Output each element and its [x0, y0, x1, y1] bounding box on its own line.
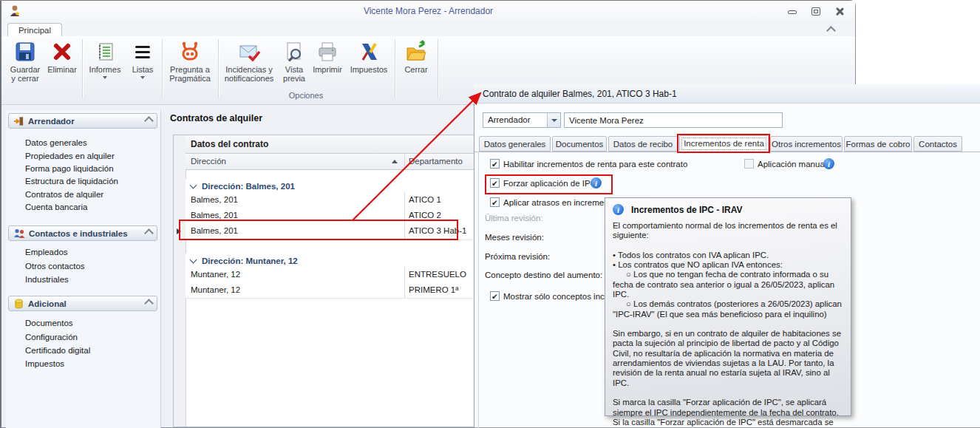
proxima-revision-label: Próxima revisión:: [485, 252, 550, 261]
sidebar-item-estructura[interactable]: Estructura de liquidación: [25, 177, 151, 188]
aplicar-atrasos-label: Aplicar atrasos en incrementos: [503, 198, 620, 207]
forzar-ipc-label: Forzar aplicación de IPC: [503, 179, 596, 188]
ultima-revision-label: Última revisión:: [485, 214, 543, 223]
preview-icon: [282, 40, 306, 64]
chevron-down-icon: [190, 257, 197, 264]
tooltip-paragraph: Si marca la casilla "Forzar aplicación d…: [613, 398, 843, 418]
sidebar-item-empleados[interactable]: Empleados: [25, 248, 151, 259]
table-column-headers[interactable]: Dirección Departamento: [186, 154, 475, 170]
forzar-ipc-checkbox[interactable]: [490, 178, 500, 188]
save-icon: [13, 40, 37, 64]
table-row[interactable]: Muntaner, 12 PRIMERO 1ª: [186, 282, 475, 299]
collapse-icon[interactable]: [144, 228, 154, 238]
sidebar-group-adicional[interactable]: Adicional: [8, 296, 157, 311]
cylinder-icon: [13, 298, 24, 310]
tooltip-title: Incrementos de IPC - IRAV: [631, 205, 742, 215]
info-icon[interactable]: i: [591, 177, 602, 188]
reports-button[interactable]: Informes: [84, 38, 126, 101]
tab-documentos[interactable]: Documentos: [552, 136, 607, 152]
page-title: Contratos de alquiler: [170, 113, 262, 123]
print-icon: [316, 40, 339, 64]
sidebar-item-contratos[interactable]: Contratos de alquiler: [25, 190, 151, 202]
close-window-button[interactable]: Cerrar: [398, 38, 435, 101]
table-row[interactable]: Balmes, 201 ATICO 1: [186, 192, 475, 208]
owner-combobox[interactable]: Arrendador: [483, 112, 561, 128]
table-row[interactable]: Muntaner, 12 ENTRESUELO: [186, 267, 475, 283]
sidebar-item-impuestos[interactable]: Impuestos: [25, 359, 151, 371]
tooltip-paragraph: • Todos los contratos con IVA aplican IP…: [613, 251, 843, 260]
tab-formas-cobro[interactable]: Formas de cobro: [844, 136, 912, 152]
table-row-selected[interactable]: Balmes, 201 ATICO 3 Hab-1: [186, 223, 475, 240]
people-icon: [13, 228, 25, 239]
collapse-icon[interactable]: [144, 299, 154, 308]
incidents-icon: [237, 40, 261, 64]
table-row[interactable]: Balmes, 201 ATICO 2: [186, 208, 475, 224]
maximize-icon[interactable]: [811, 7, 821, 16]
sidebar-item-forma-pago[interactable]: Forma pago liquidación: [25, 164, 151, 176]
close-icon[interactable]: [834, 7, 845, 16]
chevron-down-icon: [190, 182, 197, 189]
column-departamento[interactable]: Departamento: [409, 157, 463, 166]
aplicacion-manual-label: Aplicación manual: [758, 160, 826, 169]
tab-contactos[interactable]: Contactos: [913, 136, 962, 152]
ribbon-tabstrip: Principal: [1, 21, 855, 37]
current-row-arrow-icon: [177, 228, 181, 234]
sidebar-item-propiedades[interactable]: Propiedades en alquiler: [25, 152, 151, 163]
habilitar-checkbox[interactable]: [490, 159, 500, 169]
info-icon[interactable]: i: [823, 158, 834, 169]
sort-ascending-icon: [392, 160, 398, 163]
sidebar-group-arrendador[interactable]: Arrendador: [8, 113, 157, 129]
tab-otros-incrementos[interactable]: Otros incrementos: [770, 136, 843, 152]
taxes-icon: [357, 40, 381, 64]
sidebar-item-documentos[interactable]: Documentos: [25, 319, 151, 330]
chevron-down-icon: [551, 119, 557, 122]
door-arrow-icon: [13, 115, 24, 127]
ribbon-separator: [162, 39, 163, 98]
pragmatica-icon: [178, 40, 202, 64]
combo-dropdown-button[interactable]: [547, 113, 560, 127]
dialog-title: Contrato de alquiler Balmes, 201, ATICO …: [474, 84, 980, 103]
sidebar-item-cuenta[interactable]: Cuenta bancaria: [25, 203, 151, 214]
sidebar-item-industriales[interactable]: Industriales: [25, 275, 151, 287]
delete-button[interactable]: Eliminar: [44, 38, 80, 101]
concepto-destino-label: Concepto destino del aumento:: [485, 271, 602, 279]
tab-datos-recibo[interactable]: Datos de recibo: [608, 136, 678, 152]
info-icon: i: [613, 204, 624, 215]
reports-icon: [93, 40, 117, 64]
mostrar-conceptos-checkbox[interactable]: [490, 291, 500, 301]
ribbon-collapse-icon[interactable]: [826, 26, 836, 35]
save-close-button[interactable]: Guardar y cerrar: [6, 38, 44, 101]
minimize-icon[interactable]: [787, 7, 797, 16]
table-band-header: Datos del contrato: [186, 135, 475, 154]
sidebar-item-configuracion[interactable]: Configuración: [25, 333, 151, 344]
ipc-irav-tooltip: i Incrementos de IPC - IRAV El comportam…: [605, 197, 851, 416]
sidebar-item-certificado[interactable]: Certificado digital: [25, 346, 151, 358]
ribbon-separator: [438, 39, 439, 98]
aplicacion-manual-checkbox[interactable]: [744, 159, 754, 169]
owner-name-field[interactable]: Vicente Mora Perez: [564, 112, 783, 128]
collapse-icon[interactable]: [144, 116, 154, 126]
lists-icon: [131, 40, 154, 64]
sidebar-group-contactos[interactable]: Contactos e industriales: [8, 225, 157, 241]
ask-pragmatica-button[interactable]: Pregunta a Pragmática: [164, 38, 216, 101]
tab-principal[interactable]: Principal: [7, 23, 62, 37]
habilitar-label: Habilitar incrementos de renta para este…: [503, 160, 687, 169]
lists-button[interactable]: Listas: [126, 38, 160, 101]
tooltip-paragraph: Sin embargo, si en un contrato de alquil…: [613, 329, 843, 388]
titlebar: Vicente Mora Perez - Arrendador: [1, 1, 855, 21]
delete-icon: [50, 40, 74, 64]
tab-incrementos-renta[interactable]: Incrementos de renta: [679, 135, 769, 152]
sidebar-item-datos-generales[interactable]: Datos generales: [25, 138, 151, 150]
dropdown-arrow-icon: [103, 76, 107, 79]
contracts-table: Datos del contrato Dirección Departament…: [173, 135, 475, 427]
tooltip-paragraph: • Los contratos que NO aplican IVA enton…: [613, 260, 843, 270]
tooltip-paragraph: ○ Los que no tengan fecha de contrato in…: [613, 270, 843, 299]
sidebar-item-otros-contactos[interactable]: Otros contactos: [25, 262, 151, 274]
close-folder-icon: [404, 40, 428, 64]
tooltip-paragraph: ○ Los demás contratos (posteriores a 26/…: [613, 299, 843, 319]
window-title: Vicente Mora Perez - Arrendador: [1, 6, 855, 16]
row-indicator-column: [174, 135, 186, 427]
tab-datos-generales[interactable]: Datos generales: [479, 136, 551, 152]
aplicar-atrasos-checkbox[interactable]: [490, 197, 500, 207]
column-direccion[interactable]: Dirección: [191, 157, 226, 166]
